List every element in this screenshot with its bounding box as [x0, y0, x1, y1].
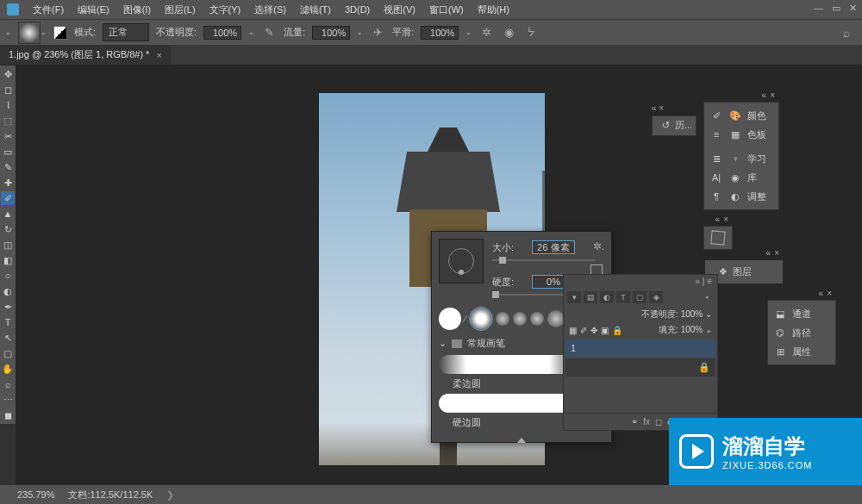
- libraries-panel-item[interactable]: A|◉库: [708, 168, 775, 187]
- zoom-tool[interactable]: ⌕: [1, 377, 15, 391]
- panel-collapse-icon[interactable]: «: [819, 289, 824, 298]
- restore-icon[interactable]: ▭: [832, 3, 840, 14]
- panel-menu-icon[interactable]: » | ≡: [695, 277, 712, 286]
- filter-adjust-icon[interactable]: ◐: [600, 291, 614, 303]
- flow-dropdown[interactable]: ⌄: [357, 28, 363, 36]
- menu-view[interactable]: 视图(V): [377, 3, 422, 16]
- menu-type[interactable]: 文字(Y): [203, 3, 248, 16]
- brush-size-slider[interactable]: [492, 259, 596, 261]
- menu-filter[interactable]: 滤镜(T): [293, 3, 338, 16]
- blur-tool[interactable]: ○: [1, 269, 15, 283]
- properties-panel-item[interactable]: ⊞属性: [771, 342, 832, 361]
- search-icon[interactable]: ⌕: [843, 26, 850, 40]
- smooth-options-icon[interactable]: ✲: [478, 25, 494, 40]
- pressure-size-icon[interactable]: ◉: [501, 25, 516, 40]
- filter-smart-icon[interactable]: ◈: [649, 291, 663, 303]
- blend-mode-select[interactable]: 正常: [103, 23, 149, 41]
- panel-collapse-icon[interactable]: « ×: [652, 103, 664, 113]
- menu-file[interactable]: 文件(F): [26, 3, 71, 16]
- lock-image-icon[interactable]: ✐: [580, 326, 587, 335]
- lock-transparent-icon[interactable]: ▦: [569, 326, 577, 335]
- eraser-tool[interactable]: ◫: [1, 238, 15, 252]
- mask-icon[interactable]: ◻: [655, 417, 662, 426]
- menu-image[interactable]: 图像(I): [116, 3, 158, 16]
- layer-item-1[interactable]: 1: [565, 339, 715, 357]
- tool-preset-picker[interactable]: ⌄: [5, 28, 11, 36]
- minimize-icon[interactable]: —: [814, 3, 823, 14]
- brush-angle-preview[interactable]: [439, 239, 484, 283]
- brush-tool[interactable]: ✐: [1, 191, 15, 205]
- close-icon[interactable]: ✕: [849, 3, 857, 14]
- crop-tool[interactable]: ✂: [1, 129, 15, 143]
- lock-position-icon[interactable]: ✥: [590, 326, 597, 335]
- history-tab[interactable]: ↺ 历...: [653, 116, 699, 134]
- brush-preset-dropdown[interactable]: ⌄: [41, 28, 47, 36]
- panel-close-icon[interactable]: ×: [774, 248, 779, 258]
- hand-tool[interactable]: ✋: [1, 362, 15, 376]
- menu-layer[interactable]: 图层(L): [158, 3, 202, 16]
- color-swatch[interactable]: ◼: [1, 408, 15, 422]
- path-select-tool[interactable]: ↖: [1, 331, 15, 345]
- brush-preset-5[interactable]: [530, 312, 544, 326]
- panel-close-icon[interactable]: ×: [827, 289, 832, 298]
- brush-stroke-preview-soft[interactable]: [439, 355, 577, 374]
- healing-tool[interactable]: ✚: [1, 176, 15, 190]
- document-tab[interactable]: 1.jpg @ 236% (图层 1, RGB/8#) * ×: [0, 45, 171, 65]
- move-tool[interactable]: ✥: [1, 67, 15, 81]
- learn-panel-item[interactable]: ≣♀学习: [708, 149, 775, 168]
- layer-item-background[interactable]: 🔒: [565, 358, 715, 376]
- brush-preview[interactable]: [18, 22, 41, 44]
- brush-preset-hard[interactable]: [439, 308, 461, 330]
- status-menu-icon[interactable]: ❯: [166, 489, 174, 501]
- swatches-panel-item[interactable]: ≡▦色板: [708, 125, 775, 144]
- link-icon[interactable]: ⚭: [631, 417, 638, 426]
- menu-3d[interactable]: 3D(D): [338, 4, 377, 15]
- brush-size-input[interactable]: [532, 240, 575, 254]
- filter-shape-icon[interactable]: ▢: [633, 291, 646, 303]
- brush-options-gear-icon[interactable]: ✲.: [593, 240, 604, 252]
- panel-collapse-icon[interactable]: «: [715, 215, 721, 224]
- smooth-dropdown[interactable]: ⌄: [465, 28, 472, 36]
- brush-panel-toggle-icon[interactable]: [53, 26, 67, 40]
- menu-window[interactable]: 窗口(W): [422, 3, 471, 16]
- filter-kind[interactable]: ▾: [567, 291, 581, 303]
- tab-close-icon[interactable]: ×: [156, 50, 161, 60]
- lasso-tool[interactable]: ⌇: [1, 98, 15, 112]
- smooth-input[interactable]: [421, 26, 459, 40]
- airbrush-icon[interactable]: ✈: [370, 25, 385, 40]
- layer-opacity-value[interactable]: 100%: [681, 309, 703, 319]
- brush-preset-6[interactable]: [547, 310, 565, 327]
- quick-select-tool[interactable]: ⬚: [1, 114, 15, 128]
- flow-input[interactable]: [312, 26, 350, 40]
- type-tool[interactable]: T: [1, 315, 15, 329]
- paths-panel-item[interactable]: ⌬路径: [771, 323, 832, 342]
- fx-icon[interactable]: fx: [643, 417, 650, 426]
- history-brush-tool[interactable]: ↻: [1, 222, 15, 236]
- opacity-dropdown[interactable]: ⌄: [248, 28, 254, 36]
- panel-collapse-icon[interactable]: «: [762, 90, 767, 100]
- menu-help[interactable]: 帮助(H): [471, 3, 516, 16]
- pressure-opacity-icon[interactable]: ✎: [261, 25, 277, 40]
- marquee-tool[interactable]: ◻: [1, 83, 15, 96]
- shape-tool[interactable]: ▢: [1, 346, 15, 360]
- pen-tool[interactable]: ✒: [1, 300, 15, 314]
- adjustments-panel-item[interactable]: ¶◐调整: [708, 187, 775, 206]
- menu-select[interactable]: 选择(S): [247, 3, 293, 16]
- layer-fill-value[interactable]: 100%: [681, 325, 703, 334]
- menu-edit[interactable]: 编辑(E): [71, 3, 116, 16]
- frame-tool[interactable]: ▭: [1, 145, 15, 159]
- color-panel-item[interactable]: ✐🎨颜色: [708, 106, 775, 125]
- brush-preset-4[interactable]: [513, 312, 527, 326]
- edit-toolbar[interactable]: ⋯: [1, 393, 15, 407]
- panel-close-icon[interactable]: ×: [770, 90, 775, 100]
- history-panel[interactable]: ↺ 历...: [652, 115, 696, 136]
- panel-collapse-icon[interactable]: «: [766, 248, 771, 258]
- filter-type-icon[interactable]: T: [616, 291, 630, 303]
- dodge-tool[interactable]: ◐: [1, 284, 15, 298]
- symmetry-icon[interactable]: ᔮ: [523, 25, 539, 40]
- lock-artboard-icon[interactable]: ▣: [601, 326, 609, 335]
- opacity-input[interactable]: [203, 26, 241, 40]
- filter-toggle[interactable]: ▪: [700, 291, 714, 303]
- stamp-tool[interactable]: ▲: [1, 207, 15, 221]
- gradient-tool[interactable]: ◧: [1, 253, 15, 267]
